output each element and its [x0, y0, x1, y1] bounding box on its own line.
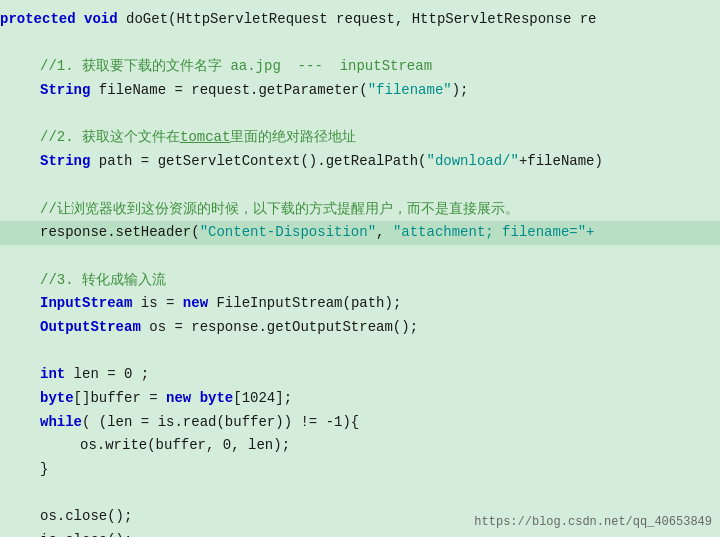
- code-token: "filename": [368, 82, 452, 98]
- code-line-line-is: InputStream is = new FileInputStream(pat…: [0, 292, 720, 316]
- code-line-blank5: [0, 340, 720, 364]
- code-token: is.close();: [40, 532, 132, 537]
- code-token: new: [183, 295, 208, 311]
- code-line-comment3: //让浏览器收到这份资源的时候，以下载的方式提醒用户，而不是直接展示。: [0, 198, 720, 222]
- code-token: int: [40, 366, 65, 382]
- code-line-blank4: [0, 245, 720, 269]
- code-token: String: [40, 153, 90, 169]
- code-line-line-while: while( (len = is.read(buffer)) != -1){: [0, 411, 720, 435]
- line-text: is.close();: [0, 530, 132, 537]
- code-token: [191, 390, 199, 406]
- line-text: //2. 获取这个文件在tomcat里面的绝对路径地址: [0, 127, 356, 149]
- code-line-blank1: [0, 32, 720, 56]
- code-token: os.close();: [40, 508, 132, 524]
- code-token: "attachment; filename="+: [393, 224, 595, 240]
- source-url: https://blog.csdn.net/qq_40653849: [474, 515, 712, 529]
- code-line-line-int: int len = 0 ;: [0, 363, 720, 387]
- line-text: int len = 0 ;: [0, 364, 149, 386]
- code-token: }: [40, 461, 48, 477]
- line-text: String fileName = request.getParameter("…: [0, 80, 469, 102]
- line-text: os.close();: [0, 506, 132, 528]
- code-token: InputStream: [40, 295, 132, 311]
- code-lines: protected void doGet(HttpServletRequest …: [0, 8, 720, 537]
- code-line-line-byte: byte[]buffer = new byte[1024];: [0, 387, 720, 411]
- code-token: doGet(HttpServletRequest request, HttpSe…: [118, 11, 597, 27]
- line-text: //3. 转化成输入流: [0, 270, 166, 292]
- code-line-comment4: //3. 转化成输入流: [0, 269, 720, 293]
- code-token: FileInputStream(path);: [208, 295, 401, 311]
- line-text: [0, 175, 8, 197]
- line-text: [0, 483, 8, 505]
- code-editor: protected void doGet(HttpServletRequest …: [0, 0, 720, 537]
- code-token: len = 0 ;: [65, 366, 149, 382]
- code-line-blank3: [0, 174, 720, 198]
- code-token: byte: [40, 390, 74, 406]
- code-token: //1. 获取要下载的文件名字 aa.jpg --- inputStream: [40, 58, 432, 74]
- code-token: );: [452, 82, 469, 98]
- line-text: }: [0, 459, 48, 481]
- code-line-line-oswrite: os.write(buffer, 0, len);: [0, 434, 720, 458]
- code-token: protected: [0, 11, 76, 27]
- code-line-line-path: String path = getServletContext().getRea…: [0, 150, 720, 174]
- code-line-method-sig: protected void doGet(HttpServletRequest …: [0, 8, 720, 32]
- code-line-blank2: [0, 103, 720, 127]
- line-text: response.setHeader("Content-Disposition"…: [0, 222, 595, 244]
- code-line-line-filename: String fileName = request.getParameter("…: [0, 79, 720, 103]
- code-line-line-setheader: response.setHeader("Content-Disposition"…: [0, 221, 720, 245]
- code-line-line-os: OutputStream os = response.getOutputStre…: [0, 316, 720, 340]
- code-token: ( (len = is.read(buffer)) != -1){: [82, 414, 359, 430]
- code-token: new: [166, 390, 191, 406]
- line-text: //让浏览器收到这份资源的时候，以下载的方式提醒用户，而不是直接展示。: [0, 199, 519, 221]
- code-token: os = response.getOutputStream();: [141, 319, 418, 335]
- code-token: path = getServletContext().getRealPath(: [90, 153, 426, 169]
- code-line-blank6: [0, 482, 720, 506]
- line-text: [0, 33, 8, 55]
- code-token: [1024];: [233, 390, 292, 406]
- code-token: "Content-Disposition": [200, 224, 376, 240]
- code-token: String: [40, 82, 90, 98]
- code-line-comment1: //1. 获取要下载的文件名字 aa.jpg --- inputStream: [0, 55, 720, 79]
- code-token: byte: [200, 390, 234, 406]
- code-token: is =: [132, 295, 182, 311]
- code-token: ,: [376, 224, 393, 240]
- code-token: +fileName): [519, 153, 603, 169]
- line-text: //1. 获取要下载的文件名字 aa.jpg --- inputStream: [0, 56, 432, 78]
- line-text: String path = getServletContext().getRea…: [0, 151, 603, 173]
- code-token: os.write(buffer, 0, len);: [80, 437, 290, 453]
- code-token: OutputStream: [40, 319, 141, 335]
- code-line-line-closebrace: }: [0, 458, 720, 482]
- code-line-comment2: //2. 获取这个文件在tomcat里面的绝对路径地址: [0, 126, 720, 150]
- line-text: byte[]buffer = new byte[1024];: [0, 388, 292, 410]
- line-text: os.write(buffer, 0, len);: [0, 435, 290, 457]
- line-text: [0, 104, 8, 126]
- code-token: response.setHeader(: [40, 224, 200, 240]
- line-text: [0, 246, 8, 268]
- code-line-line-isclose: is.close();: [0, 529, 720, 537]
- code-token: //让浏览器收到这份资源的时候，以下载的方式提醒用户，而不是直接展示。: [40, 201, 519, 217]
- code-token: while: [40, 414, 82, 430]
- code-token: fileName = request.getParameter(: [90, 82, 367, 98]
- code-token: void: [84, 11, 118, 27]
- code-token: //2. 获取这个文件在tomcat里面的绝对路径地址: [40, 129, 356, 145]
- line-text: protected void doGet(HttpServletRequest …: [0, 9, 597, 31]
- code-token: []buffer =: [74, 390, 166, 406]
- line-text: while( (len = is.read(buffer)) != -1){: [0, 412, 359, 434]
- code-token: [76, 11, 84, 27]
- code-token: //3. 转化成输入流: [40, 272, 166, 288]
- line-text: [0, 341, 8, 363]
- code-token: "download/": [426, 153, 518, 169]
- line-text: OutputStream os = response.getOutputStre…: [0, 317, 418, 339]
- line-text: InputStream is = new FileInputStream(pat…: [0, 293, 401, 315]
